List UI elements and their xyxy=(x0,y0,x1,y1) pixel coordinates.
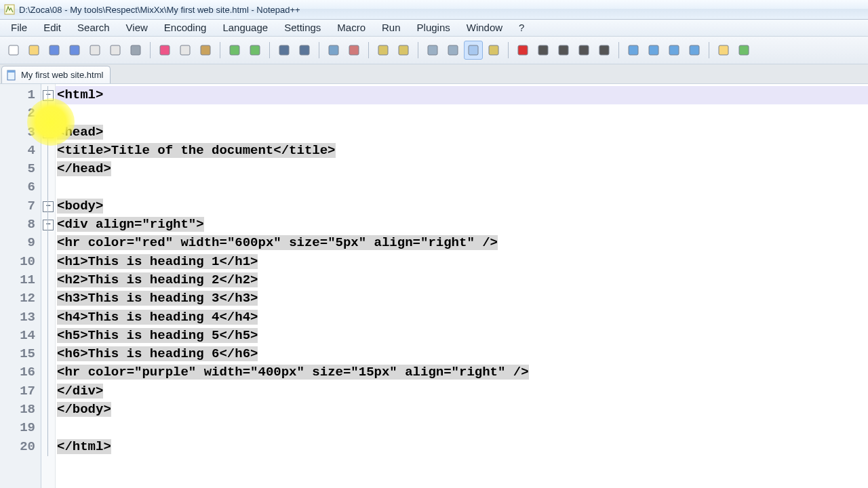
cut-icon[interactable] xyxy=(155,41,174,60)
open-file-icon[interactable] xyxy=(24,41,43,60)
function-list-icon[interactable] xyxy=(484,41,503,60)
svg-rect-33 xyxy=(739,45,749,55)
code-line[interactable]: <h2>This is heading 2</h2> xyxy=(56,271,868,289)
svg-rect-16 xyxy=(349,45,359,55)
find-icon[interactable] xyxy=(275,41,294,60)
save-macro-icon[interactable] xyxy=(595,41,614,60)
redo-icon[interactable] xyxy=(245,41,264,60)
code-editor[interactable]: 1234567891011121314151617181920 −−−− <ht… xyxy=(0,84,868,488)
spellcheck-icon[interactable] xyxy=(734,41,753,60)
pilcrow-icon[interactable] xyxy=(443,41,462,60)
record-icon[interactable] xyxy=(513,41,532,60)
line-number: 7 xyxy=(0,197,41,216)
menu-file[interactable]: File xyxy=(3,20,35,36)
code-line[interactable]: <html> xyxy=(56,86,868,104)
menu-plugins[interactable]: Plugins xyxy=(409,20,458,36)
line-number: 6 xyxy=(0,178,41,197)
code-line[interactable]: <hr color="red" width="600px" size="5px"… xyxy=(56,234,868,252)
code-line[interactable]: <h5>This is heading 5</h5> xyxy=(56,327,868,345)
svg-rect-30 xyxy=(669,45,679,55)
save-all-icon[interactable] xyxy=(65,41,84,60)
svg-rect-35 xyxy=(7,70,15,73)
menu-search[interactable]: Search xyxy=(69,20,118,36)
line-number: 2 xyxy=(0,104,41,123)
code-line[interactable]: <title>Title of the document</title> xyxy=(56,142,868,160)
line-number: 9 xyxy=(0,234,41,252)
code-area[interactable]: <html> <head><title>Title of the documen… xyxy=(56,84,868,488)
paste-icon[interactable] xyxy=(196,41,215,60)
code-line[interactable] xyxy=(56,419,868,437)
file-icon xyxy=(6,70,17,81)
doc-map-icon[interactable] xyxy=(464,41,483,60)
menu-view[interactable]: View xyxy=(118,20,156,36)
menu-language[interactable]: Language xyxy=(214,20,276,36)
line-number: 3 xyxy=(0,123,41,142)
svg-rect-15 xyxy=(329,45,338,55)
replace-icon[interactable] xyxy=(295,41,314,60)
svg-rect-6 xyxy=(111,45,120,55)
toolbar-separator xyxy=(319,42,319,58)
undo-icon[interactable] xyxy=(225,41,244,60)
window-titlebar: D:\Zoca\08 - My tools\Respect\MixXx\My f… xyxy=(0,0,868,20)
code-line[interactable]: <head> xyxy=(56,123,868,142)
copy-file-icon[interactable] xyxy=(85,41,104,60)
menu-settings[interactable]: Settings xyxy=(276,20,329,36)
toolbar-separator xyxy=(618,42,619,58)
zoom-in-icon[interactable] xyxy=(324,41,343,60)
word-wrap-icon[interactable] xyxy=(374,41,393,60)
menu-help[interactable]: ? xyxy=(511,20,532,36)
menu-edit[interactable]: Edit xyxy=(35,20,69,36)
menu-encoding[interactable]: Encoding xyxy=(156,20,215,36)
new-file-icon[interactable] xyxy=(4,41,23,60)
code-line[interactable]: <div align="right"> xyxy=(56,216,868,234)
code-line[interactable]: <h6>This is heading 6</h6> xyxy=(56,345,868,363)
code-line[interactable] xyxy=(56,178,868,197)
save-icon[interactable] xyxy=(45,41,64,60)
fold-toggle-icon[interactable]: − xyxy=(43,220,54,230)
expand-all-icon[interactable] xyxy=(685,41,704,60)
play-icon[interactable] xyxy=(554,41,573,60)
code-line[interactable]: <h1>This is heading 1</h1> xyxy=(56,253,868,271)
collapse-level-icon[interactable] xyxy=(665,41,684,60)
svg-rect-22 xyxy=(489,45,498,55)
svg-rect-19 xyxy=(428,45,437,55)
toolbar-separator xyxy=(269,42,270,58)
menu-macro[interactable]: Macro xyxy=(329,20,374,36)
code-line[interactable] xyxy=(56,104,868,123)
copy-icon[interactable] xyxy=(176,41,195,60)
code-line[interactable]: </div> xyxy=(56,382,868,401)
indent-guide-icon[interactable] xyxy=(423,41,442,60)
code-line[interactable]: </html> xyxy=(56,438,868,456)
tab-active[interactable]: My first web site.html xyxy=(1,66,111,83)
window-title: D:\Zoca\08 - My tools\Respect\MixXx\My f… xyxy=(19,5,300,15)
svg-rect-5 xyxy=(90,45,100,55)
svg-rect-12 xyxy=(250,45,260,55)
svg-rect-13 xyxy=(279,45,289,55)
menu-window[interactable]: Window xyxy=(458,20,511,36)
play-fast-icon[interactable] xyxy=(574,41,593,60)
folder-icon[interactable] xyxy=(714,41,733,60)
fold-toggle-icon[interactable]: − xyxy=(43,90,54,101)
code-line[interactable]: <body> xyxy=(56,197,868,216)
fold-toggle-icon[interactable]: − xyxy=(43,201,54,212)
code-line[interactable]: </head> xyxy=(56,160,868,178)
code-line[interactable]: <hr color="purple" width="400px" size="1… xyxy=(56,363,868,382)
toolbar-separator xyxy=(418,42,418,58)
fold-toggle-icon[interactable]: − xyxy=(43,127,54,138)
show-all-chars-icon[interactable] xyxy=(394,41,413,60)
menu-run[interactable]: Run xyxy=(374,20,409,36)
stop-icon[interactable] xyxy=(534,41,553,60)
svg-rect-18 xyxy=(399,45,408,55)
paste-file-icon[interactable] xyxy=(106,41,125,60)
svg-rect-24 xyxy=(538,45,548,55)
code-line[interactable]: <h3>This is heading 3</h3> xyxy=(56,289,868,308)
uncollapse-level-icon[interactable] xyxy=(644,41,663,60)
svg-rect-9 xyxy=(180,45,190,55)
code-line[interactable]: </body> xyxy=(56,401,868,419)
print-icon[interactable] xyxy=(126,41,145,60)
line-number: 1 xyxy=(0,86,41,104)
code-line[interactable]: <h4>This is heading 4</h4> xyxy=(56,308,868,327)
svg-rect-23 xyxy=(518,45,528,55)
zoom-out-icon[interactable] xyxy=(344,41,363,60)
collapse-all-icon[interactable] xyxy=(624,41,643,60)
